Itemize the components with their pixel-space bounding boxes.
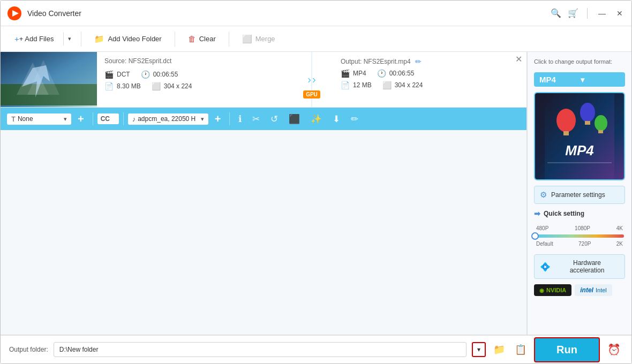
subtitle-add-button[interactable]: + (73, 112, 88, 126)
parameter-settings-icon: ⚙ (540, 190, 547, 200)
add-video-folder-button[interactable]: 📁 Add Video Folder (87, 31, 169, 47)
alarm-button[interactable]: ⏰ (605, 341, 623, 358)
rotate-tool-button[interactable]: ↺ (266, 111, 282, 127)
svg-point-12 (595, 115, 607, 131)
label-2k: 2K (616, 241, 623, 247)
label-4k: 4K (616, 225, 623, 231)
source-label: Source: NFS2Esprit.dct (104, 57, 283, 65)
audio-select[interactable]: ♪ adpcm_ea, 22050 H ▾ (128, 113, 208, 125)
quality-slider-container: 480P 1080P 4K Default 720P 2K (534, 223, 625, 249)
mp4-preview: MP4 (535, 93, 624, 179)
label-480p: 480P (536, 225, 548, 231)
intel-chip[interactable]: intel Intel (575, 284, 612, 296)
quality-slider-track[interactable] (535, 234, 624, 238)
title-controls: 🔍 🛒 — ✕ (551, 8, 625, 19)
output-label-row: Output: NFS2Esprit.mp4 ✏ (341, 57, 519, 66)
source-size-item: 📄 8.30 MB (104, 82, 141, 90)
quick-setting-icon: ➡ (534, 209, 540, 218)
output-format-icon: 🎬 (341, 69, 350, 78)
source-resolution: 304 x 224 (164, 82, 192, 90)
audio-add-button[interactable]: + (210, 112, 225, 126)
format-name: MP4 (539, 75, 578, 84)
svg-rect-7 (545, 94, 614, 179)
open-folder-button[interactable]: 📁 (491, 342, 507, 358)
quality-labels-bottom: Default 720P 2K (535, 241, 624, 247)
svg-text:MP4: MP4 (565, 142, 594, 158)
effect-tool-button[interactable]: ✨ (306, 111, 326, 127)
file-separator: › › GPU (290, 52, 333, 107)
output-resolution-item: ⬜ 304 x 224 (382, 81, 423, 89)
gpu-badge: GPU (303, 90, 320, 98)
format-icon: 🎬 (104, 70, 114, 79)
title-bar: Video Converter 🔍 🛒 — ✕ (1, 1, 631, 26)
quality-slider-thumb[interactable] (531, 232, 539, 240)
save-list-button[interactable]: 📋 (513, 342, 529, 358)
format-selector[interactable]: MP4 ▾ (534, 72, 625, 87)
empty-drop-area (1, 130, 526, 335)
svg-point-10 (580, 103, 595, 122)
main-area: Source: NFS2Esprit.dct 🎬 DCT 🕐 00:06:55 (1, 52, 631, 335)
toolbar-sep-3 (229, 32, 229, 47)
parameter-settings-button[interactable]: ⚙ Parameter settings (534, 186, 625, 204)
cc-select[interactable]: CC (97, 113, 119, 124)
gpu-label: GPU (306, 92, 318, 97)
add-files-button[interactable]: + + Add Files (7, 31, 61, 47)
output-size: 12 MB (353, 81, 372, 89)
info-tool-button[interactable]: ℹ (234, 111, 246, 127)
app-logo (7, 6, 22, 21)
audio-dropdown-arrow: ▾ (201, 116, 204, 123)
svg-rect-11 (585, 121, 590, 125)
source-details-size: 📄 8.30 MB ⬜ 304 x 224 (104, 82, 283, 90)
thumbnail-image (1, 52, 97, 107)
clear-button[interactable]: 🗑 Clear (180, 31, 223, 47)
svg-rect-9 (563, 131, 569, 135)
run-button[interactable]: Run (534, 337, 600, 362)
subtitle-label: None (18, 115, 59, 123)
label-default: Default (536, 241, 553, 247)
size-icon: 📄 (104, 82, 114, 90)
format-preview: MP4 (534, 92, 625, 180)
minimize-button[interactable]: — (596, 8, 608, 19)
svg-rect-13 (598, 130, 603, 133)
add-files-dropdown-arrow[interactable]: ▾ (63, 32, 76, 46)
cart-icon[interactable]: 🛒 (568, 8, 578, 18)
label-1080p: 1080P (575, 225, 590, 231)
format-dropdown-arrow: ▾ (581, 75, 620, 84)
bottom-bar: Output folder: ▾ 📁 📋 Run ⏰ (1, 335, 631, 363)
chip-icon: 💠 (540, 262, 551, 272)
title-divider (587, 8, 588, 19)
output-size-icon: 📄 (341, 81, 350, 89)
output-label-text: Output: NFS2Esprit.mp4 (341, 58, 411, 65)
output-duration-icon: 🕐 (377, 69, 386, 78)
subtitle-select[interactable]: T None ▾ (7, 113, 71, 125)
source-resolution-item: ⬜ 304 x 224 (152, 82, 192, 90)
cut-tool-button[interactable]: ✂ (248, 111, 264, 127)
watermark-tool-button[interactable]: ⬇ (328, 111, 344, 127)
path-dropdown-button[interactable]: ▾ (472, 342, 486, 357)
output-edit-icon[interactable]: ✏ (415, 57, 422, 66)
close-button[interactable]: ✕ (614, 8, 625, 19)
source-duration-item: 🕐 00:06:55 (141, 70, 178, 79)
nvidia-chip[interactable]: ◉ NVIDIA (534, 284, 571, 296)
subtitle-edit-tool-button[interactable]: ✏ (347, 111, 363, 127)
intel-label: Intel (596, 287, 607, 293)
parameter-settings-label: Parameter settings (551, 191, 605, 199)
main-toolbar: + + Add Files ▾ 📁 Add Video Folder 🗑 Cle… (1, 26, 631, 52)
clear-icon: 🗑 (188, 34, 196, 43)
search-icon[interactable]: 🔍 (551, 8, 561, 18)
output-info: Output: NFS2Esprit.mp4 ✏ 🎬 MP4 🕐 00:06:5… (333, 52, 526, 107)
merge-button[interactable]: ⬜ Merge (235, 31, 283, 47)
hardware-acceleration-button[interactable]: 💠 Hardware acceleration (534, 254, 625, 279)
add-video-folder-label: Add Video Folder (108, 35, 161, 43)
close-item-button[interactable]: ✕ (515, 55, 522, 64)
output-duration: 00:06:55 (389, 70, 415, 77)
folder-icon: 📁 (94, 34, 104, 44)
audio-label: adpcm_ea, 22050 H (138, 115, 199, 123)
quick-setting-label: Quick setting (544, 210, 584, 217)
duration-icon: 🕐 (141, 70, 150, 79)
gpu-chips: ◉ NVIDIA intel Intel (534, 284, 625, 296)
output-path-input[interactable] (54, 342, 467, 357)
edit-sep-3 (229, 112, 230, 125)
crop-tool-button[interactable]: ⬛ (284, 111, 304, 127)
toolbar-sep-1 (81, 32, 81, 47)
